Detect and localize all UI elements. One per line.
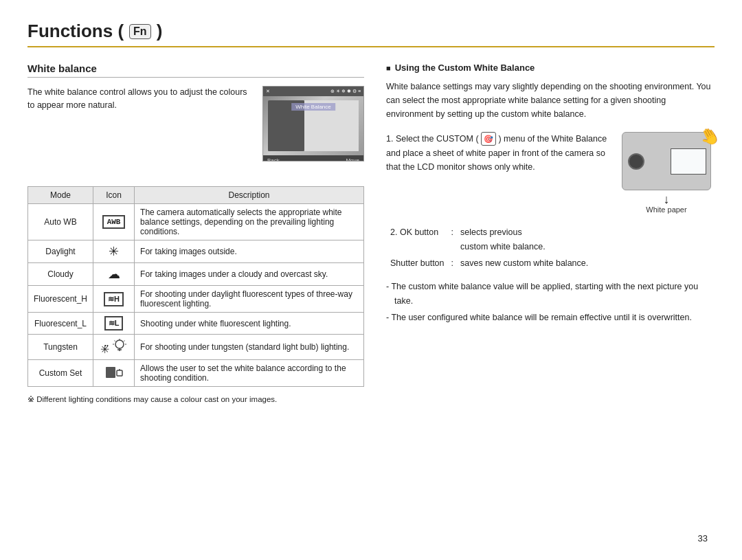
table-header-row: Mode Icon Description bbox=[28, 187, 364, 204]
title-suffix: ) bbox=[157, 21, 163, 42]
desc-cloudy: For taking images under a cloudy and ove… bbox=[135, 263, 364, 286]
cloud-icon: ☁ bbox=[108, 267, 120, 281]
icon-daylight: ✳ bbox=[93, 240, 135, 263]
mode-fluor-h: Fluorescent_H bbox=[28, 286, 93, 313]
arrow-icon: ↓ bbox=[618, 193, 715, 205]
step1-text: 1. Select the CUSTOM ( 🎯 ) menu of the W… bbox=[386, 132, 610, 175]
camera-lens bbox=[628, 153, 644, 170]
note-text: ※ Different lighting conditions may caus… bbox=[27, 394, 364, 405]
step2-table: 2. OK button : selects previouscustom wh… bbox=[386, 223, 592, 273]
desc-fluor-l: Shooting under white fluorescent lightin… bbox=[135, 313, 364, 335]
step1-num: 1. bbox=[386, 134, 396, 144]
svg-line-4 bbox=[114, 341, 115, 342]
table-row: Auto WB AWB The camera automatically sel… bbox=[28, 204, 364, 240]
svg-point-0 bbox=[115, 340, 124, 348]
fn-icon: Fn bbox=[129, 24, 151, 39]
tungsten-icon: ✳̈ bbox=[100, 344, 109, 355]
camera-body: 🤚 bbox=[622, 132, 711, 190]
custom-icon-inline: 🎯 bbox=[481, 132, 496, 146]
shutter-button-colon: : bbox=[449, 256, 456, 271]
svg-rect-9 bbox=[117, 370, 122, 376]
wb-table: Mode Icon Description Auto WB AWB The ca… bbox=[27, 186, 364, 387]
ok-button-row: 2. OK button : selects previouscustom wh… bbox=[387, 225, 591, 254]
shutter-button-desc: saves new custom white balance. bbox=[458, 256, 591, 271]
svg-rect-8 bbox=[106, 367, 115, 378]
screen-menu-icon: ✕ bbox=[266, 89, 270, 94]
table-row: Daylight ✳ For taking images outside. bbox=[28, 240, 364, 263]
screen-preview: White Balance bbox=[268, 100, 358, 150]
desc-auto-wb: The camera automatically selects the ap­… bbox=[135, 204, 364, 240]
ok-button-label: 2. OK button bbox=[387, 225, 447, 254]
step1-row: 1. Select the CUSTOM ( 🎯 ) menu of the W… bbox=[386, 132, 715, 214]
table-row: Fluorescent_H ≋H For shooting under dayl… bbox=[28, 286, 364, 313]
intro-block: ✕ ⊕ ☀ ❄ ✱ ⚙ ≡ White Balance Back Move bbox=[27, 86, 364, 175]
camera-illustration: 🤚 ↓ White paper bbox=[618, 132, 715, 214]
screen-icons: ⊕ ☀ ❄ ✱ ⚙ ≡ bbox=[330, 89, 361, 94]
desc-fluor-h: For shooting under daylight fluorescent … bbox=[135, 286, 364, 313]
mode-cloudy: Cloudy bbox=[28, 263, 93, 286]
awb-icon: AWB bbox=[102, 215, 126, 229]
screen-wb-label: White Balance bbox=[291, 103, 335, 111]
table-row: Custom Set Allows the user to set the wh… bbox=[28, 360, 364, 387]
page-number: 33 bbox=[698, 533, 708, 544]
desc-custom-set: Allows the user to set the white balance… bbox=[135, 360, 364, 387]
page-title: Functions ( Fn ) bbox=[27, 21, 715, 47]
screen-top-bar: ✕ ⊕ ☀ ❄ ✱ ⚙ ≡ bbox=[263, 87, 363, 96]
fluor-h-icon: ≋H bbox=[104, 292, 124, 306]
table-body: Auto WB AWB The camera automatically sel… bbox=[28, 204, 364, 387]
ok-button-colon: : bbox=[449, 225, 456, 254]
white-paper-lcd bbox=[671, 149, 706, 174]
mode-custom-set: Custom Set bbox=[28, 360, 93, 387]
ok-button-desc: selects previouscustom white balance. bbox=[458, 225, 591, 254]
desc-tungsten: For shooting under tungsten (standard li… bbox=[135, 335, 364, 360]
mode-fluor-l: Fluorescent_L bbox=[28, 313, 93, 335]
icon-fluor-l: ≋L bbox=[93, 313, 135, 335]
table-row: Cloudy ☁ For taking images under a cloud… bbox=[28, 263, 364, 286]
svg-line-5 bbox=[124, 341, 125, 342]
icon-tungsten: ✳̈ bbox=[93, 335, 135, 360]
shutter-button-label: Shutter button bbox=[387, 256, 447, 271]
table-row: Tungsten ✳̈ bbox=[28, 335, 364, 360]
desc-daylight: For taking images outside. bbox=[135, 240, 364, 263]
hand-icon: 🤚 bbox=[696, 123, 723, 150]
title-text: Functions ( bbox=[27, 21, 124, 42]
screen-bottom-bar: Back Move bbox=[263, 155, 363, 161]
mode-daylight: Daylight bbox=[28, 240, 93, 263]
section-heading: White balance bbox=[27, 63, 364, 78]
camera-screen: ✕ ⊕ ☀ ❄ ✱ ⚙ ≡ White Balance Back Move bbox=[262, 86, 364, 161]
bullet1: - The custom white balance value will be… bbox=[386, 280, 715, 308]
mode-auto-wb: Auto WB bbox=[28, 204, 93, 240]
left-column: White balance ✕ ⊕ ☀ ❄ ✱ ⚙ ≡ White Balanc… bbox=[27, 63, 364, 405]
screen-back-label: Back bbox=[267, 157, 280, 161]
tungsten-bulb-icon bbox=[112, 338, 127, 353]
screen-move-label: Move bbox=[346, 157, 359, 161]
col-description: Description bbox=[135, 187, 364, 204]
step2-block: 2. OK button : selects previouscustom wh… bbox=[386, 223, 715, 273]
col-icon: Icon bbox=[93, 187, 135, 204]
step1-content: 1. Select the CUSTOM ( 🎯 ) menu of the W… bbox=[386, 132, 610, 175]
right-column: Using the Custom White Balance White bal… bbox=[386, 63, 715, 405]
custom-wb-heading: Using the Custom White Balance bbox=[386, 63, 715, 73]
custom-wb-body: White balance settings may vary slightly… bbox=[386, 80, 715, 121]
main-layout: White balance ✕ ⊕ ☀ ❄ ✱ ⚙ ≡ White Balanc… bbox=[27, 63, 715, 405]
step2-num: 2. bbox=[390, 227, 400, 237]
fluor-l-icon: ≋L bbox=[104, 316, 124, 331]
screen-inner: White Balance bbox=[263, 96, 363, 155]
sun-icon: ✳ bbox=[109, 245, 119, 258]
col-mode: Mode bbox=[28, 187, 93, 204]
white-paper-label: White paper bbox=[618, 205, 715, 214]
table-row: Fluorescent_L ≋L Shooting under white fl… bbox=[28, 313, 364, 335]
camera-screen-figure: ✕ ⊕ ☀ ❄ ✱ ⚙ ≡ White Balance Back Move bbox=[262, 86, 364, 168]
icon-auto-wb: AWB bbox=[93, 204, 135, 240]
mode-tungsten: Tungsten bbox=[28, 335, 93, 360]
shutter-button-row: Shutter button : saves new custom white … bbox=[387, 256, 591, 271]
camera-lcd bbox=[671, 148, 706, 175]
icon-custom-set bbox=[93, 360, 135, 387]
bullet2: - The user configured white balance will… bbox=[386, 311, 715, 325]
custom-set-icon bbox=[104, 365, 124, 380]
icon-fluor-h: ≋H bbox=[93, 286, 135, 313]
icon-cloudy: ☁ bbox=[93, 263, 135, 286]
bullet-notes: - The custom white balance value will be… bbox=[386, 280, 715, 325]
